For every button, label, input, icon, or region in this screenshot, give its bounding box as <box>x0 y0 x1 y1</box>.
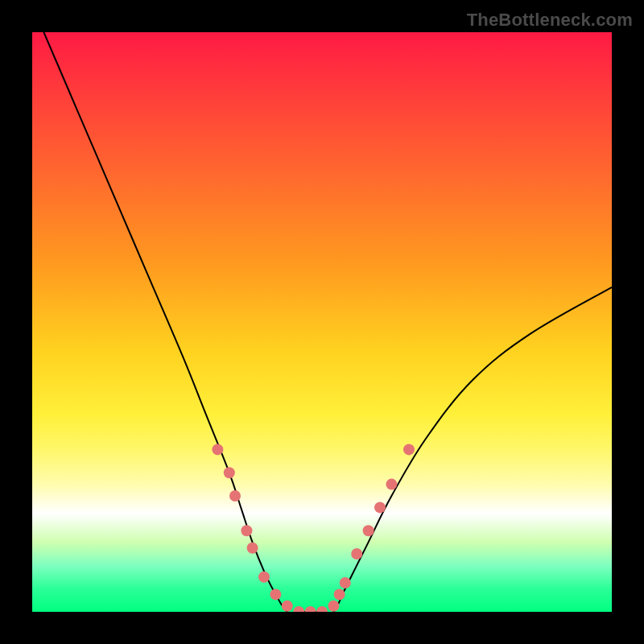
highlight-dot <box>258 572 270 583</box>
highlight-dot <box>334 588 345 600</box>
highlight-dot <box>247 543 258 554</box>
highlight-dot <box>270 588 281 600</box>
highlight-dot <box>241 525 252 536</box>
highlight-dot <box>316 606 328 612</box>
highlight-dot <box>224 467 235 478</box>
highlight-dot <box>293 606 304 612</box>
chart-frame: TheBottleneck.com <box>0 0 644 644</box>
highlight-dot <box>374 502 386 513</box>
highlight-dot <box>340 577 351 588</box>
highlight-dot <box>212 444 223 455</box>
highlight-dot <box>328 601 339 612</box>
highlight-dot <box>386 479 397 490</box>
scatter-layer <box>212 444 415 612</box>
highlight-dot <box>282 601 293 612</box>
highlight-dot <box>403 444 415 455</box>
highlight-dot <box>229 490 241 502</box>
bottleneck-curve <box>43 32 612 612</box>
watermark-text: TheBottleneck.com <box>467 10 633 31</box>
highlight-dot <box>351 548 362 559</box>
curve-layer <box>43 32 612 612</box>
highlight-dot <box>363 525 374 536</box>
plot-area <box>32 32 612 612</box>
highlight-dot <box>305 606 316 612</box>
chart-svg <box>32 32 612 612</box>
